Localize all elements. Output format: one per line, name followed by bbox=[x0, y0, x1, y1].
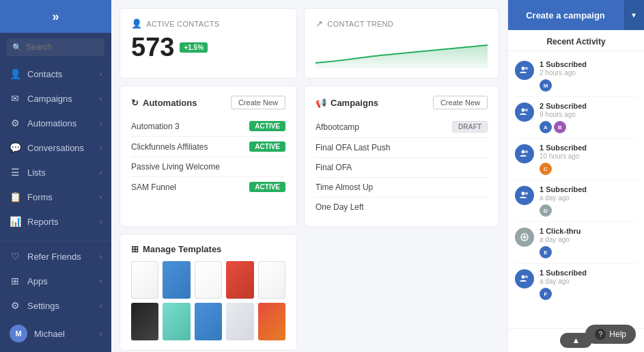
campaign-row: Final OFA Last Push bbox=[316, 138, 488, 158]
automations-card: ↻ Automations Create New Automation 3 AC… bbox=[120, 85, 297, 227]
mini-avatar: D bbox=[540, 204, 552, 217]
svg-point-2 bbox=[522, 109, 525, 112]
activity-time: 2 hours ago bbox=[540, 69, 637, 77]
automations-create-btn[interactable]: Create New bbox=[231, 96, 285, 109]
active-contacts-title: 👤 Active Contacts bbox=[131, 18, 285, 29]
mini-avatar: M bbox=[540, 79, 552, 92]
activity-avatars: E bbox=[540, 246, 637, 258]
template-thumb[interactable] bbox=[195, 303, 222, 340]
template-thumb[interactable] bbox=[131, 303, 158, 340]
help-circle-icon: ? bbox=[595, 329, 606, 340]
user-name: Michael bbox=[34, 329, 65, 339]
activity-item: 1 Subscribed a day ago D bbox=[515, 180, 637, 222]
sidebar-item-settings[interactable]: ⚙Settings › bbox=[0, 293, 111, 318]
template-thumb[interactable] bbox=[131, 261, 158, 299]
template-thumb[interactable] bbox=[163, 303, 190, 340]
sidebar-label-refer: Refer Friends bbox=[27, 252, 81, 262]
chevron-right-icon: › bbox=[100, 193, 102, 201]
campaign-dropdown-button[interactable]: ▾ bbox=[623, 0, 644, 30]
status-badge: ACTIVE bbox=[249, 141, 285, 152]
campaigns-list: Afbootcamp DRAFT Final OFA Last Push Fin… bbox=[316, 116, 488, 217]
sidebar-label-forms: Forms bbox=[27, 192, 53, 202]
svg-point-10 bbox=[525, 275, 528, 278]
sidebar-item-contacts[interactable]: 👤Contacts › bbox=[0, 62, 111, 86]
sidebar-label-contacts: Contacts bbox=[27, 69, 62, 79]
settings-icon: ⚙ bbox=[10, 300, 20, 311]
campaigns-create-btn[interactable]: Create New bbox=[433, 96, 488, 109]
activity-group-icon bbox=[515, 186, 534, 205]
heart-icon: ♡ bbox=[10, 251, 20, 262]
template-thumb[interactable] bbox=[258, 261, 285, 299]
sidebar-item-campaigns[interactable]: ✉Campaigns › bbox=[0, 86, 111, 111]
svg-point-0 bbox=[522, 67, 525, 70]
lists-icon: ☰ bbox=[10, 167, 20, 178]
sidebar-item-apps[interactable]: ⊞Apps › bbox=[0, 269, 111, 293]
bottom-row: ⊞ Manage Templates bbox=[120, 234, 499, 351]
activity-avatars: M bbox=[540, 79, 637, 92]
status-badge: ACTIVE bbox=[249, 182, 285, 192]
template-thumb[interactable] bbox=[195, 261, 222, 299]
template-thumb[interactable] bbox=[163, 261, 190, 299]
automation-row: Automation 3 ACTIVE bbox=[131, 116, 285, 137]
chevron-right-icon: › bbox=[100, 253, 102, 260]
mid-row: ↻ Automations Create New Automation 3 AC… bbox=[120, 85, 499, 227]
sidebar-item-forms[interactable]: 📋Forms › bbox=[0, 185, 111, 209]
chevron-right-icon: › bbox=[100, 70, 102, 78]
template-thumb[interactable] bbox=[258, 303, 285, 340]
activity-time: a day ago bbox=[540, 194, 637, 202]
activity-title: 1 Click-thru bbox=[540, 227, 637, 235]
mini-avatar: F bbox=[540, 288, 552, 300]
automation-row: SAM Funnel ACTIVE bbox=[131, 177, 285, 197]
sidebar-logo[interactable]: » bbox=[0, 0, 111, 33]
chevron-up-icon: ▲ bbox=[572, 336, 580, 345]
status-badge: DRAFT bbox=[452, 121, 488, 133]
sidebar-item-lists[interactable]: ☰Lists › bbox=[0, 160, 111, 185]
campaign-row: Final OFA bbox=[316, 158, 488, 178]
chevron-right-icon: › bbox=[100, 277, 102, 285]
campaign-row: Afbootcamp DRAFT bbox=[316, 116, 488, 138]
activity-time: 9 hours ago bbox=[540, 111, 637, 118]
sidebar-item-refer[interactable]: ♡Refer Friends › bbox=[0, 244, 111, 269]
chevron-right-icon: › bbox=[100, 218, 102, 226]
sidebar-item-automations[interactable]: ⚙Automations › bbox=[0, 111, 111, 135]
template-thumb[interactable] bbox=[226, 303, 253, 340]
create-campaign-button[interactable]: Create a campaign bbox=[508, 0, 623, 30]
sidebar-item-user[interactable]: M Michael › bbox=[0, 318, 111, 349]
avatar: M bbox=[10, 325, 27, 342]
center-panel: 👤 Active Contacts 573 +1.5% ↗ Contact Tr… bbox=[111, 0, 507, 352]
activity-group-icon bbox=[515, 61, 534, 80]
activity-avatars: D bbox=[540, 204, 637, 217]
mini-avatar: A bbox=[540, 121, 552, 133]
contacts-icon: 👤 bbox=[10, 68, 20, 79]
apps-icon: ⊞ bbox=[10, 275, 20, 286]
megaphone-icon: 📢 bbox=[316, 98, 326, 108]
sidebar-label-automations: Automations bbox=[27, 118, 76, 128]
activity-info: 1 Subscribed a day ago D bbox=[540, 185, 637, 217]
template-thumb[interactable] bbox=[226, 261, 253, 299]
activity-group-icon bbox=[515, 269, 534, 288]
top-row: 👤 Active Contacts 573 +1.5% ↗ Contact Tr… bbox=[120, 8, 499, 79]
right-panel: Create a campaign ▾ Recent Activity 1 Su… bbox=[507, 0, 644, 352]
campaign-btn-row: Create a campaign ▾ bbox=[508, 0, 644, 30]
sidebar-label-lists: Lists bbox=[27, 167, 46, 178]
chevron-right-icon: › bbox=[100, 120, 102, 127]
activity-title: 1 Subscribed bbox=[540, 144, 637, 152]
activity-item: 1 Subscribed 10 hours ago C bbox=[515, 139, 637, 180]
sidebar-item-reports[interactable]: 📊Reports › bbox=[0, 209, 111, 234]
sidebar-item-conversations[interactable]: 💬Conversations › bbox=[0, 135, 111, 160]
sidebar-label-campaigns: Campaigns bbox=[27, 94, 72, 104]
content-area: 👤 Active Contacts 573 +1.5% ↗ Contact Tr… bbox=[111, 0, 644, 352]
automations-header: ↻ Automations Create New bbox=[131, 96, 285, 109]
activity-title: 1 Subscribed bbox=[540, 185, 637, 193]
automations-icon: ⚙ bbox=[10, 118, 20, 128]
activity-avatars: F bbox=[540, 288, 637, 300]
templates-card: ⊞ Manage Templates bbox=[120, 234, 297, 351]
trend-icon: ↗ bbox=[316, 18, 323, 29]
activity-title: 1 Subscribed bbox=[540, 269, 637, 277]
activity-item: 1 Subscribed 2 hours ago M bbox=[515, 55, 637, 97]
templates-header: ⊞ Manage Templates bbox=[131, 244, 285, 254]
sidebar-nav: 👤Contacts › ✉Campaigns › ⚙Automations › … bbox=[0, 62, 111, 241]
reports-icon: 📊 bbox=[10, 216, 20, 227]
help-button[interactable]: ? Help bbox=[585, 325, 636, 344]
activity-item: 2 Subscribed 9 hours ago A B bbox=[515, 97, 637, 139]
